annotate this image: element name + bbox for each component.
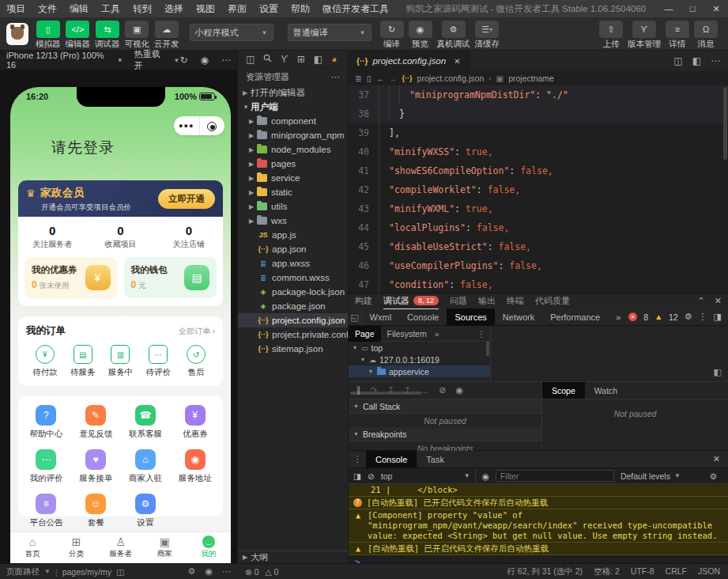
order-售后[interactable]: ↺售后: [177, 345, 215, 378]
inspect-element-icon[interactable]: ◱: [349, 308, 362, 326]
page-path-value[interactable]: pages/my/my: [62, 567, 111, 577]
mode-button-编辑器[interactable]: </>编辑器: [66, 21, 91, 50]
tree-item-sitemap.json[interactable]: {··}sitemap.json: [238, 342, 348, 356]
mode-button-可视化[interactable]: ▣可视化: [125, 21, 150, 50]
service-我的评价[interactable]: ⋯我的评价: [21, 449, 71, 484]
panel-tab-问题[interactable]: 问题: [450, 293, 467, 309]
menu-设置[interactable]: 设置: [253, 0, 285, 17]
breadcrumb-node[interactable]: projectname: [508, 74, 554, 83]
action-button-预览[interactable]: ◉预览: [409, 21, 432, 50]
tree-item-node_modules[interactable]: ▶node_modules: [238, 142, 348, 157]
user-avatar[interactable]: [6, 23, 28, 45]
console-tab-Task[interactable]: Task: [417, 451, 454, 468]
tree-item-utils[interactable]: ▶utils: [238, 199, 348, 214]
more-tabs-icon[interactable]: »: [435, 329, 439, 339]
copy-icon[interactable]: ◫: [116, 567, 124, 577]
menu-微信开发者工具[interactable]: 微信开发者工具: [316, 0, 395, 17]
devtools-tab-Wxml[interactable]: Wxml: [362, 308, 400, 326]
step-over-icon[interactable]: ↷: [371, 385, 378, 395]
open-membership-button[interactable]: 立即开通: [158, 189, 215, 209]
eye-icon[interactable]: ◉: [205, 566, 213, 577]
service-平台公告[interactable]: ≡平台公告: [21, 494, 71, 528]
tree-item-miniprogram_npm[interactable]: ▶miniprogram_npm: [238, 128, 348, 142]
panel-tab-代码质量[interactable]: 代码质量: [535, 293, 570, 309]
more-icon[interactable]: ⋯: [331, 72, 340, 82]
pet-icon[interactable]: ◕: [331, 54, 337, 65]
list-icon[interactable]: ≣: [355, 74, 362, 83]
card-我的优惠券[interactable]: 我的优惠券0张未使用¥: [25, 257, 118, 298]
indent-setting[interactable]: 空格: 2: [594, 566, 620, 577]
page-path-label[interactable]: 页面路径: [6, 566, 40, 577]
more-tabs-icon[interactable]: »: [608, 308, 628, 326]
tree-item-service[interactable]: ▶service: [238, 171, 348, 185]
outline-section[interactable]: ▶ 大纲: [238, 551, 348, 563]
encoding[interactable]: UTF-8: [631, 566, 654, 577]
menu-视图[interactable]: 视图: [190, 0, 221, 17]
breadcrumb-file[interactable]: project.config.json: [417, 74, 485, 83]
more-icon[interactable]: ⋯: [221, 55, 231, 66]
deactivate-breakpoints-icon[interactable]: ⊘: [439, 385, 446, 395]
language-mode[interactable]: JSON: [698, 566, 720, 577]
service-设置[interactable]: ⚙设置: [121, 494, 171, 528]
menu-项目[interactable]: 项目: [0, 0, 32, 17]
tree-item-common.wxss[interactable]: ≣common.wxss: [238, 271, 348, 285]
order-待服务[interactable]: ▤待服务: [64, 345, 102, 378]
tab-我的[interactable]: ‿我的: [187, 532, 231, 563]
pause-icon[interactable]: ∥: [356, 385, 361, 395]
menu-编辑[interactable]: 编辑: [63, 0, 95, 17]
action-button-详情[interactable]: ≡详情: [666, 21, 689, 50]
tree-item-app.js[interactable]: JSapp.js: [238, 228, 348, 242]
pause-on-exceptions-icon[interactable]: ◉: [455, 385, 463, 395]
frame-tree-127.0.0.1:16019[interactable]: ▼☁127.0.0.1:16019: [349, 354, 490, 365]
context-select[interactable]: top▼: [381, 468, 476, 484]
screenshot-icon[interactable]: ◉: [201, 55, 209, 66]
tree-item-app.json[interactable]: {··}app.json: [238, 242, 348, 256]
service-服务地址[interactable]: ◉服务地址: [170, 449, 220, 484]
dock-side-icon[interactable]: ◨: [714, 312, 722, 322]
order-服务中[interactable]: ▥服务中: [102, 345, 140, 378]
eye-icon[interactable]: ◉: [482, 471, 489, 481]
files-icon[interactable]: ◫: [246, 54, 255, 65]
menu-帮助[interactable]: 帮助: [285, 0, 316, 17]
service-帮助中心[interactable]: ?帮助中心: [21, 405, 71, 440]
kebab-menu-icon[interactable]: ⋮: [477, 329, 491, 339]
all-orders-link[interactable]: 全部订单 ›: [179, 326, 215, 337]
service-服务接单[interactable]: ♥服务接单: [71, 449, 121, 484]
cursor-position[interactable]: 行 62, 列 31 (选中 2): [507, 566, 583, 577]
git-branch-icon[interactable]: ϒ: [281, 54, 288, 65]
step-icon[interactable]: →: [421, 386, 429, 395]
frame-tree-appservice[interactable]: ▼appservice: [349, 365, 490, 377]
console-settings-icon[interactable]: ⚙: [710, 471, 723, 481]
panel-tab-构建[interactable]: 构建: [355, 293, 372, 309]
sources-subtab-Page[interactable]: Page: [349, 326, 381, 342]
tree-item-project.config.json[interactable]: {··}project.config.json: [238, 313, 348, 327]
minimize-button[interactable]: —: [657, 0, 681, 17]
tree-item-pages[interactable]: ▶pages: [238, 157, 348, 171]
tab-分类[interactable]: ⊞分类: [55, 532, 99, 563]
problems-summary[interactable]: ⊗ 0 △ 0: [237, 567, 278, 577]
devtools-tab-Sources[interactable]: Sources: [447, 308, 494, 326]
service-优惠券[interactable]: ¥优惠券: [170, 405, 220, 440]
tree-item-app.wxss[interactable]: ≣app.wxss: [238, 256, 348, 271]
service-商家入驻[interactable]: ⌂商家入驻: [121, 449, 171, 484]
mode-button-云开发[interactable]: ☁云开发: [154, 21, 179, 50]
hide-navigator-icon[interactable]: ◧: [714, 367, 722, 377]
step-into-icon[interactable]: ↧: [387, 385, 394, 395]
forward-icon[interactable]: →: [389, 74, 398, 83]
menu-转到[interactable]: 转到: [126, 0, 158, 17]
sources-subtab-Filesystem[interactable]: Filesystem: [381, 326, 433, 342]
tree-item-package.json[interactable]: ◈package.json: [238, 299, 348, 313]
error-count-icon[interactable]: ✕: [628, 312, 637, 321]
card-我的钱包[interactable]: 我的钱包0元▤: [124, 257, 217, 298]
step-out-icon[interactable]: ↥: [404, 385, 411, 395]
log-levels-select[interactable]: Default levels▼: [620, 471, 681, 481]
mode-select[interactable]: 小程序模式▼: [190, 24, 273, 41]
console-filter-input[interactable]: [496, 470, 614, 482]
close-button[interactable]: ✕: [704, 0, 728, 17]
login-prompt[interactable]: 请先登录: [51, 138, 115, 158]
mode-button-调试器[interactable]: ⇆调试器: [95, 21, 120, 50]
code-editor[interactable]: 37"miniprogramNpmDistDir": "./"38}39],40…: [349, 85, 728, 293]
tab-首页[interactable]: ⌂首页: [10, 532, 55, 563]
stat-关注店铺[interactable]: 0关注店铺: [155, 224, 223, 250]
service-套餐[interactable]: ☺套餐: [71, 494, 121, 528]
